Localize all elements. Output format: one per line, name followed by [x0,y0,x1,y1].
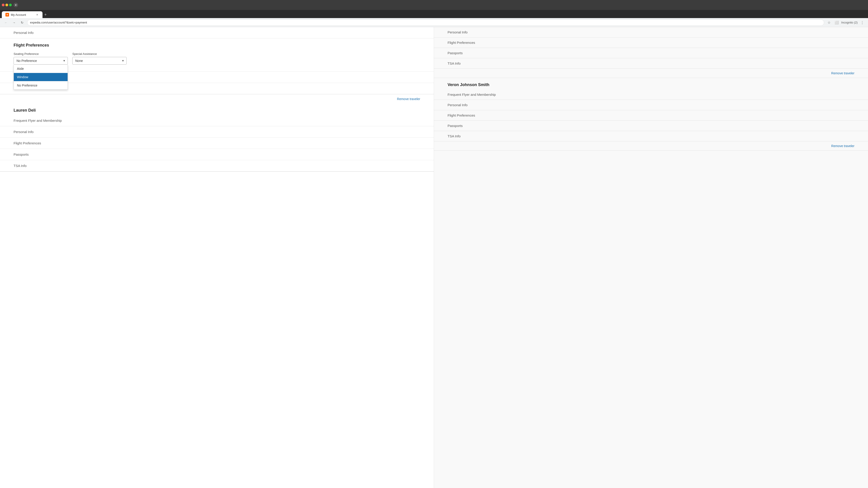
left-panel: Personal Info Flight Preferences Seating… [0,27,434,488]
ld-frequent-flyer: Frequent Flyer and Membership [0,115,434,126]
browser-chrome: ▼ [0,0,868,10]
right-first-traveler: Personal Info Flight Preferences Passpor… [434,27,868,78]
vjs-remove-row: Remove traveler [434,141,868,151]
right-first-remove-row: Remove traveler [434,69,868,78]
active-tab[interactable]: ✈ My Account ✕ [2,11,42,18]
seating-select[interactable]: No Preference Aisle Window [13,57,68,65]
seating-label: Seating Preference [13,52,68,56]
vjs-tsa-info-link[interactable]: TSA Info [434,131,868,141]
right-tsa-info: TSA Info [434,58,868,69]
dropdown-option-window[interactable]: Window [14,73,68,81]
tab-title: My Account [11,13,26,17]
first-remove-traveler-link[interactable]: Remove traveler [397,97,420,101]
personal-info-link[interactable]: Personal Info [0,27,434,38]
address-bar[interactable]: expedia.com/user/account/?&selc=payment [27,20,824,26]
ld-frequent-flyer-link[interactable]: Frequent Flyer and Membership [0,115,434,126]
veron-johnson-smith-section: Veron Johnson Smith Frequent Flyer and M… [434,78,868,151]
form-row: Seating Preference No Preference Aisle W… [13,52,420,65]
vjs-flight-prefs-link[interactable]: Flight Preferences [434,110,868,121]
special-assistance-group: Special Assistance None ▼ [72,52,127,65]
back-button[interactable]: ← [3,20,9,26]
vjs-tsa-info: TSA Info [434,131,868,141]
tab-bar: ✈ My Account ✕ + [0,10,868,18]
right-panel: Personal Info Flight Preferences Passpor… [434,27,868,488]
ld-tsa-info: TSA Info [0,160,434,171]
vjs-personal-info-link[interactable]: Personal Info [434,100,868,110]
url-text: expedia.com/user/account/?&selc=payment [30,21,87,24]
page-content: Personal Info Flight Preferences Seating… [0,27,868,488]
right-passports: Passports [434,48,868,58]
dropdown-option-no-preference[interactable]: No Preference [14,81,68,90]
incognito-label: Incognito (2) [841,21,858,24]
vjs-personal-info: Personal Info [434,100,868,110]
forward-button[interactable]: → [11,20,17,26]
special-assistance-select[interactable]: None [72,57,127,65]
veron-name: Veron Johnson Smith [434,78,868,90]
flight-prefs-section: Flight Preferences Seating Preference No… [0,38,434,72]
ld-flight-prefs-link[interactable]: Flight Preferences [0,138,434,149]
vjs-frequent-flyer-link[interactable]: Frequent Flyer and Membership [434,90,868,100]
ld-personal-info: Personal Info [0,126,434,138]
tab-close-button[interactable]: ✕ [35,13,39,17]
toolbar-right: ☆ ⬜ Incognito (2) ⋮ [826,20,865,26]
first-remove-traveler-row: Remove traveler [0,94,434,103]
special-assistance-label: Special Assistance [72,52,127,56]
right-tsa-info-link[interactable]: TSA Info [434,58,868,68]
vjs-flight-prefs: Flight Preferences [434,110,868,121]
menu-button[interactable]: ⋮ [859,20,865,26]
favicon: ✈ [5,13,9,17]
dropdown-option-aisle[interactable]: Aisle [14,65,68,73]
lauren-deli-name: Lauren Deli [0,103,434,115]
vjs-passports-link[interactable]: Passports [434,121,868,131]
seating-group: Seating Preference No Preference Aisle W… [13,52,68,65]
ld-passports: Passports [0,149,434,160]
seating-dropdown-list: Aisle Window No Preference [13,65,68,90]
ld-passports-link[interactable]: Passports [0,149,434,160]
right-flight-prefs: Flight Preferences [434,37,868,48]
browser-toolbar: ← → ↻ expedia.com/user/account/?&selc=pa… [0,18,868,27]
right-personal-info-link[interactable]: Personal Info [434,27,868,37]
extensions-button[interactable]: ⬜ [834,20,840,26]
flight-prefs-title: Flight Preferences [13,43,420,48]
personal-info-section: Personal Info [0,27,434,38]
vjs-remove-link[interactable]: Remove traveler [831,144,855,148]
vjs-passports: Passports [434,121,868,131]
vjs-frequent-flyer: Frequent Flyer and Membership [434,90,868,100]
reload-button[interactable]: ↻ [19,20,25,26]
bookmark-button[interactable]: ☆ [826,20,832,26]
ld-tsa-info-link[interactable]: TSA Info [0,160,434,171]
seating-select-wrapper: No Preference Aisle Window ▼ Aisle Windo… [13,57,68,65]
right-first-remove-link[interactable]: Remove traveler [831,71,855,75]
special-select-wrapper: None ▼ [72,57,127,65]
lauren-deli-section: Lauren Deli Frequent Flyer and Membershi… [0,103,434,172]
right-passports-link[interactable]: Passports [434,48,868,58]
ld-personal-info-link[interactable]: Personal Info [0,126,434,137]
right-personal-info: Personal Info [434,27,868,37]
ld-flight-prefs: Flight Preferences [0,138,434,149]
workspace-icon: ▼ [13,3,18,7]
right-flight-prefs-link[interactable]: Flight Preferences [434,37,868,48]
new-tab-button[interactable]: + [42,11,49,18]
